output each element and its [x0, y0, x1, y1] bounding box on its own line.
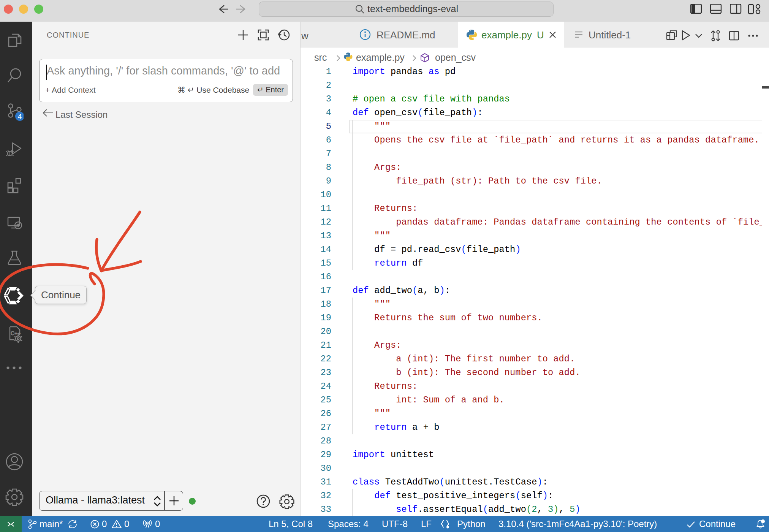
svg-text:4: 4: [18, 112, 22, 120]
svg-text:C++: C++: [11, 330, 21, 336]
